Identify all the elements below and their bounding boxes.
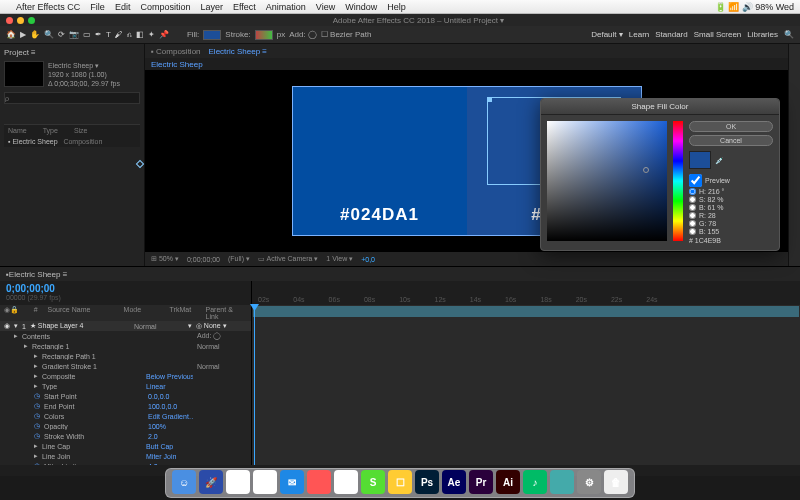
menu-item[interactable]: Window	[345, 2, 377, 12]
dock-app[interactable]: ✎	[334, 470, 358, 494]
search-icon[interactable]: 🔍	[784, 30, 794, 39]
property-row[interactable]: ▸ Gradient Stroke 1Normal	[0, 361, 251, 371]
hsb-b[interactable]: B: 61 %	[689, 204, 773, 211]
zoom-select[interactable]: ⊞ 50% ▾	[151, 255, 179, 263]
hex-field[interactable]: # 1C4E9B	[689, 237, 773, 244]
menu-item[interactable]: File	[90, 2, 105, 12]
menu-item[interactable]: After Effects CC	[16, 2, 80, 12]
eyedropper-icon[interactable]: 💉	[715, 157, 724, 165]
tool-camera-icon[interactable]: 📷	[69, 30, 79, 39]
dock-app[interactable]	[307, 470, 331, 494]
rgb-g[interactable]: G: 78	[689, 220, 773, 227]
menu-item[interactable]: Edit	[115, 2, 131, 12]
tool-brush-icon[interactable]: 🖌	[115, 30, 123, 39]
workspace-tab[interactable]: Learn	[629, 30, 649, 39]
menu-item[interactable]: Help	[387, 2, 406, 12]
ok-button[interactable]: OK	[689, 121, 773, 132]
project-search[interactable]	[4, 92, 140, 104]
tool-shape-icon[interactable]: ▭	[83, 30, 91, 39]
menu-item[interactable]: Effect	[233, 2, 256, 12]
property-row[interactable]: ▸ ContentsAdd: ◯	[0, 331, 251, 341]
tool-rotate-icon[interactable]: ⟳	[58, 30, 65, 39]
property-row[interactable]: ▸ Rectangle Path 1	[0, 351, 251, 361]
dock-app[interactable]	[550, 470, 574, 494]
timeline-tracks[interactable]	[252, 305, 800, 465]
res-select[interactable]: (Full) ▾	[228, 255, 250, 263]
workspace-tab[interactable]: Libraries	[747, 30, 778, 39]
rgb-b[interactable]: B: 155	[689, 228, 773, 235]
cancel-button[interactable]: Cancel	[689, 135, 773, 146]
comp-thumbnail[interactable]	[4, 61, 44, 87]
col-name[interactable]: Name	[8, 127, 27, 134]
rgb-r[interactable]: R: 28	[689, 212, 773, 219]
tool-pen-icon[interactable]: ✒	[95, 30, 102, 39]
property-row[interactable]: ◷ End Point100.0,0.0	[0, 401, 251, 411]
workspace-tab[interactable]: Standard	[655, 30, 687, 39]
dock-app[interactable]: ✉	[280, 470, 304, 494]
property-row[interactable]: ▸ Line CapButt Cap	[0, 441, 251, 451]
tool-text-icon[interactable]: T	[106, 30, 111, 39]
dock-app[interactable]: S	[361, 470, 385, 494]
tool-eraser-icon[interactable]: ◧	[136, 30, 144, 39]
property-row[interactable]: ◷ Miter Limit4.0	[0, 461, 251, 465]
col-size[interactable]: Size	[74, 127, 88, 134]
tool-select-icon[interactable]: ▶	[20, 30, 26, 39]
dock-app[interactable]: Pr	[469, 470, 493, 494]
property-row[interactable]: ◷ ColorsEdit Gradient…	[0, 411, 251, 421]
tool-roto-icon[interactable]: ✦	[148, 30, 155, 39]
time-ruler[interactable]: 02s04s06s08s10s12s14s16s18s20s22s24s	[252, 281, 800, 305]
dock-app[interactable]: ⚙	[577, 470, 601, 494]
project-tab[interactable]: Project ≡	[4, 48, 140, 57]
color-field[interactable]	[547, 121, 667, 241]
menu-item[interactable]: Animation	[266, 2, 306, 12]
dock-app[interactable]: 27	[253, 470, 277, 494]
time-display[interactable]: 0;00;00;00	[187, 256, 220, 263]
property-row[interactable]: ▸ CompositeBelow Previous in Same Gr	[0, 371, 251, 381]
color-cursor-icon[interactable]	[643, 167, 649, 173]
window-controls[interactable]	[6, 17, 35, 24]
camera-select[interactable]: ▭ Active Camera ▾	[258, 255, 318, 263]
tool-zoom-icon[interactable]: 🔍	[44, 30, 54, 39]
dock-app[interactable]: Ai	[496, 470, 520, 494]
property-row[interactable]: ◷ Stroke Width2.0	[0, 431, 251, 441]
property-row[interactable]: ◷ Start Point0.0,0.0	[0, 391, 251, 401]
property-row[interactable]: ◷ Opacity100%	[0, 421, 251, 431]
preview-check[interactable]: Preview	[689, 174, 773, 187]
hsb-s[interactable]: S: 82 %	[689, 196, 773, 203]
hue-slider[interactable]	[673, 121, 683, 241]
dock-app[interactable]	[226, 470, 250, 494]
timeline-tab[interactable]: Electric Sheep ≡	[9, 270, 67, 279]
stroke-px[interactable]: px	[277, 30, 285, 39]
right-dock[interactable]	[788, 44, 800, 266]
project-item[interactable]: ▪ Electric Sheep Composition	[4, 136, 140, 147]
fill-swatch[interactable]	[203, 30, 221, 40]
property-row[interactable]: ▸ Rectangle 1Normal	[0, 341, 251, 351]
playhead[interactable]	[254, 305, 255, 465]
add-menu[interactable]: Add: ◯	[289, 30, 317, 39]
dock-app[interactable]: ♪	[523, 470, 547, 494]
layer-row[interactable]: ◉▾1 ★ Shape Layer 4 Normal▾ ◎ None ▾	[0, 321, 251, 331]
views-select[interactable]: 1 View ▾	[326, 255, 353, 263]
dock-app[interactable]: 🚀	[199, 470, 223, 494]
home-icon[interactable]: 🏠	[6, 30, 16, 39]
viewer-tab[interactable]: Electric Sheep ≡	[209, 47, 267, 56]
stroke-swatch[interactable]	[255, 30, 273, 40]
dock-app[interactable]: 🗑	[604, 470, 628, 494]
workspace-select[interactable]: Default ▾	[591, 30, 623, 39]
hsb-h[interactable]: H: 216 °	[689, 188, 773, 195]
dock-app[interactable]: Ps	[415, 470, 439, 494]
current-time[interactable]: 0;00;00;00	[6, 283, 245, 294]
bezier-check[interactable]: ☐ Bezier Path	[321, 30, 372, 39]
col-type[interactable]: Type	[43, 127, 58, 134]
property-row[interactable]: ▸ TypeLinear	[0, 381, 251, 391]
workspace-tab[interactable]: Small Screen	[694, 30, 742, 39]
menu-item[interactable]: Composition	[140, 2, 190, 12]
menu-item[interactable]: View	[316, 2, 335, 12]
comp-subtab[interactable]: Electric Sheep	[151, 60, 203, 69]
menu-item[interactable]: Layer	[200, 2, 223, 12]
dock-app[interactable]: ☺	[172, 470, 196, 494]
dock-app[interactable]: Ae	[442, 470, 466, 494]
tool-hand-icon[interactable]: ✋	[30, 30, 40, 39]
tool-stamp-icon[interactable]: ⎌	[127, 30, 132, 39]
tool-puppet-icon[interactable]: 📌	[159, 30, 169, 39]
